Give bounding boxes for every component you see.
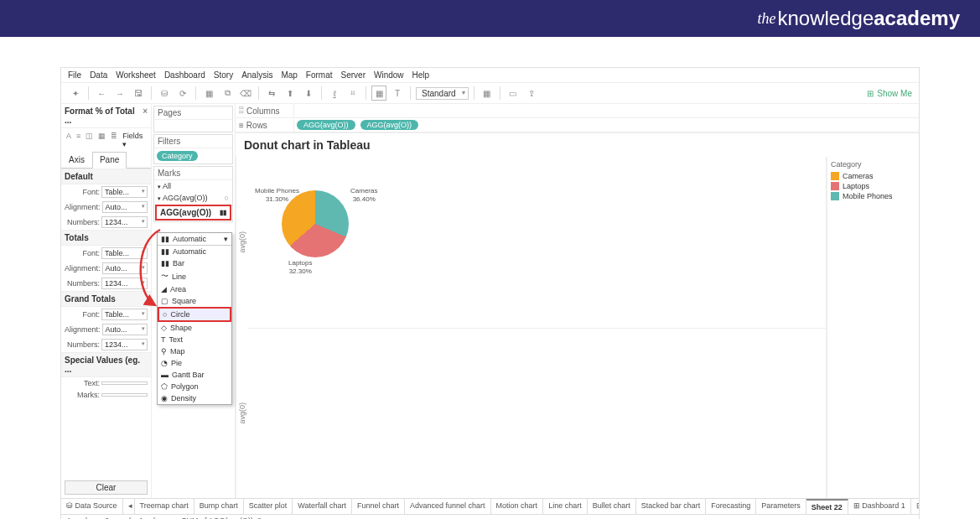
tab-motion[interactable]: Motion chart bbox=[491, 499, 544, 514]
group-icon[interactable]: ⌗ bbox=[345, 86, 360, 101]
mark-opt-line[interactable]: 〜Line bbox=[158, 269, 231, 283]
marks-all[interactable]: All bbox=[158, 182, 171, 190]
close-icon[interactable]: × bbox=[143, 106, 148, 125]
tab-scatter[interactable]: Scatter plot bbox=[244, 499, 293, 514]
menu-story[interactable]: Story bbox=[214, 70, 233, 80]
fit-dropdown[interactable]: Standard bbox=[416, 87, 469, 100]
marks-agg1[interactable]: AGG(avg(O)) bbox=[158, 194, 207, 202]
mark-opt-density[interactable]: ◉Density bbox=[158, 392, 231, 404]
swap-icon[interactable]: ⇆ bbox=[264, 86, 279, 101]
tab-data-source[interactable]: ⛁ Data Source bbox=[61, 499, 123, 514]
tab-dashboard1[interactable]: ⊞ Dashboard 1 bbox=[848, 499, 911, 514]
forward-icon[interactable]: → bbox=[112, 86, 127, 101]
mark-opt-map[interactable]: ⚲Map bbox=[158, 345, 231, 357]
menu-worksheet[interactable]: Worksheet bbox=[116, 70, 156, 80]
menu-help[interactable]: Help bbox=[412, 70, 430, 80]
mark-opt-polygon[interactable]: ⬠Polygon bbox=[158, 381, 231, 392]
mark-opt-shape[interactable]: ◇Shape bbox=[158, 322, 231, 334]
new-data-icon[interactable]: ⛁ bbox=[157, 86, 172, 101]
show-me-button[interactable]: ⊞ Show Me bbox=[867, 89, 912, 98]
totals-numbers-select[interactable]: 1234... bbox=[101, 278, 148, 289]
default-font-select[interactable]: Table... bbox=[101, 186, 148, 198]
rows-pill-2[interactable]: AGG(avg(O)) bbox=[360, 120, 419, 130]
view-icon[interactable]: ▦ bbox=[480, 86, 495, 101]
lines-icon[interactable]: ≣ bbox=[111, 132, 117, 148]
grandtotals-alignment-select[interactable]: Auto... bbox=[102, 324, 148, 335]
menu-server[interactable]: Server bbox=[341, 70, 366, 80]
mark-opt-automatic-selected[interactable]: ▮▮Automatic▾ bbox=[158, 233, 231, 246]
tab-pane[interactable]: Pane bbox=[92, 152, 127, 169]
mark-opt-gantt[interactable]: ▬Gantt Bar bbox=[158, 369, 231, 381]
plot-area[interactable]: Mobile Phones 31.30% Cameras 36.40% Lapt… bbox=[248, 157, 827, 498]
tableau-logo-icon[interactable]: ✦ bbox=[68, 86, 83, 101]
new-worksheet-icon[interactable]: ▦ bbox=[201, 86, 216, 101]
save-icon[interactable]: 🖫 bbox=[131, 86, 146, 101]
tab-parameters[interactable]: Parameters bbox=[756, 499, 806, 514]
grandtotals-font-select[interactable]: Table... bbox=[101, 309, 148, 320]
presentation-icon[interactable]: ▭ bbox=[506, 86, 521, 101]
border-icon[interactable]: ▦ bbox=[98, 132, 106, 148]
fields-dropdown[interactable]: Fields ▾ bbox=[122, 132, 146, 148]
tab-stacked[interactable]: Stacked bar chart bbox=[636, 499, 707, 514]
legend-item-cameras[interactable]: Cameras bbox=[831, 172, 915, 180]
mark-opt-area[interactable]: ◢Area bbox=[158, 283, 231, 295]
special-marks-select[interactable] bbox=[101, 393, 148, 397]
menu-window[interactable]: Window bbox=[374, 70, 404, 80]
mark-opt-text[interactable]: TText bbox=[158, 334, 231, 345]
totals-icon[interactable]: ▦ bbox=[371, 86, 386, 101]
font-icon[interactable]: A bbox=[66, 132, 71, 148]
filter-pill-category[interactable]: Category bbox=[157, 151, 198, 161]
tab-dashbo[interactable]: ⊞ Dashbo... bbox=[911, 499, 919, 514]
clear-icon[interactable]: ⌫ bbox=[238, 86, 253, 101]
labels-icon[interactable]: T bbox=[390, 86, 405, 101]
default-numbers-select[interactable]: 1234... bbox=[101, 216, 148, 228]
mark-opt-bar[interactable]: ▮▮Bar bbox=[158, 257, 231, 269]
mark-type-dropdown[interactable]: ▮▮Automatic▾ ▮▮Automatic ▮▮Bar 〜Line ◢Ar… bbox=[157, 232, 232, 405]
rows-pill-1[interactable]: AGG(avg(O)) bbox=[297, 120, 355, 130]
share-icon[interactable]: ⇪ bbox=[524, 86, 539, 101]
back-icon[interactable]: ← bbox=[94, 86, 109, 101]
menu-analysis[interactable]: Analysis bbox=[241, 70, 272, 80]
tab-line[interactable]: Line chart bbox=[543, 499, 588, 514]
viz-title[interactable]: Donut chart in Tableau bbox=[236, 133, 919, 157]
totals-alignment-select[interactable]: Auto... bbox=[102, 262, 148, 274]
tab-advfunnel[interactable]: Advanced funnel chart bbox=[405, 499, 491, 514]
highlight-icon[interactable]: ℓ bbox=[327, 86, 342, 101]
tab-scroll-left[interactable]: ◂ bbox=[123, 499, 135, 514]
mark-opt-automatic[interactable]: ▮▮Automatic bbox=[158, 246, 231, 257]
sort-desc-icon[interactable]: ⬇ bbox=[301, 86, 316, 101]
tab-sheet22[interactable]: Sheet 22 bbox=[806, 499, 848, 514]
rows-shelf[interactable]: ≡Rows AGG(avg(O)) AGG(avg(O)) bbox=[236, 118, 919, 132]
legend-card: Category Cameras Laptops Mobile Phones bbox=[827, 157, 919, 498]
menu-data[interactable]: Data bbox=[90, 70, 107, 80]
menu-file[interactable]: File bbox=[68, 70, 81, 80]
clear-button[interactable]: Clear bbox=[65, 480, 148, 495]
default-alignment-select[interactable]: Auto... bbox=[102, 201, 148, 213]
duplicate-icon[interactable]: ⧉ bbox=[220, 86, 235, 101]
mark-opt-pie[interactable]: ◔Pie bbox=[158, 357, 231, 369]
tab-treemap[interactable]: Treemap chart bbox=[135, 499, 194, 514]
tab-funnel[interactable]: Funnel chart bbox=[352, 499, 405, 514]
refresh-icon[interactable]: ⟳ bbox=[175, 86, 190, 101]
grandtotals-numbers-select[interactable]: 1234... bbox=[101, 339, 148, 350]
special-text-select[interactable] bbox=[101, 381, 148, 385]
legend-item-laptops[interactable]: Laptops bbox=[831, 182, 915, 190]
sort-asc-icon[interactable]: ⬆ bbox=[283, 86, 298, 101]
tab-axis[interactable]: Axis bbox=[61, 152, 92, 168]
totals-font-select[interactable]: Table... bbox=[101, 247, 148, 259]
tab-forecasting[interactable]: Forecasting bbox=[706, 499, 756, 514]
mark-opt-circle[interactable]: ○Circle bbox=[158, 307, 231, 322]
menu-dashboard[interactable]: Dashboard bbox=[164, 70, 205, 80]
tab-bullet[interactable]: Bullet chart bbox=[588, 499, 636, 514]
tab-waterfall[interactable]: Waterfall chart bbox=[293, 499, 352, 514]
align-icon[interactable]: ≡ bbox=[76, 132, 80, 148]
marks-agg2-highlighted[interactable]: AGG(avg(O)) ▮▮ bbox=[155, 205, 231, 221]
legend-item-mobile[interactable]: Mobile Phones bbox=[831, 192, 915, 200]
tab-bump[interactable]: Bump chart bbox=[194, 499, 244, 514]
menu-format[interactable]: Format bbox=[306, 70, 333, 80]
pie-label-mobile: Mobile Phones 31.30% bbox=[255, 187, 299, 203]
menu-map[interactable]: Map bbox=[281, 70, 297, 80]
columns-shelf[interactable]: ⦙⦙⦙Columns bbox=[236, 104, 919, 118]
mark-opt-square[interactable]: ▢Square bbox=[158, 295, 231, 307]
shading-icon[interactable]: ◫ bbox=[86, 132, 93, 148]
